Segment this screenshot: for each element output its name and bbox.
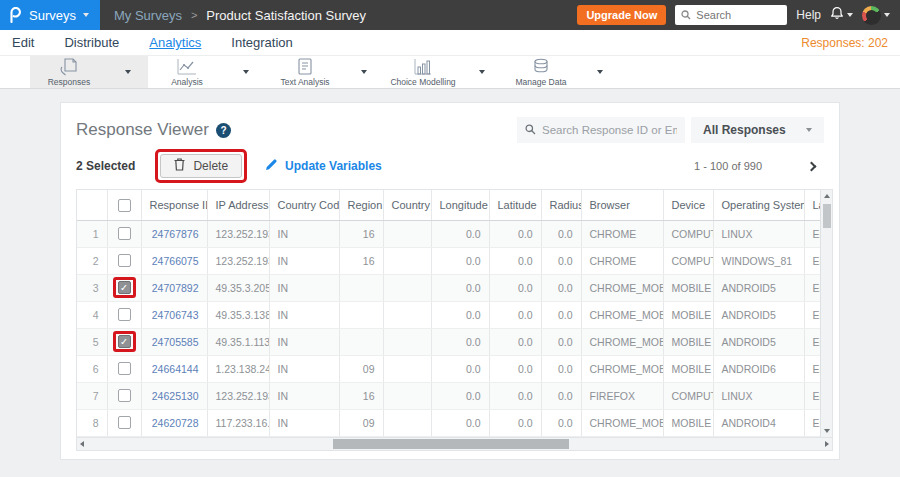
responses-dropdown-caret[interactable] xyxy=(108,56,148,88)
row-checkbox[interactable] xyxy=(118,227,131,240)
cell-os: ANDROID4 xyxy=(713,409,804,436)
row-checkbox[interactable] xyxy=(118,389,131,402)
column-header-region[interactable]: Region xyxy=(339,190,383,220)
scroll-right-arrow-icon[interactable] xyxy=(825,438,829,450)
row-checkbox[interactable]: ✓ xyxy=(118,335,131,348)
choice-modelling-dropdown-caret[interactable] xyxy=(462,56,502,88)
ribbon-item-text-analysis[interactable]: Text Analysis xyxy=(266,56,344,88)
column-header-longitude[interactable]: Longitude xyxy=(431,190,489,220)
surveys-menu-label: Surveys xyxy=(29,8,76,23)
scroll-left-arrow-icon[interactable] xyxy=(80,438,84,450)
cell-longitude: 0.0 xyxy=(431,355,489,382)
scroll-up-arrow-icon[interactable] xyxy=(821,190,832,202)
cell-region xyxy=(339,328,383,355)
cell-country xyxy=(383,382,431,409)
annotation-highlight-delete: Delete xyxy=(155,149,247,183)
column-header-browser[interactable]: Browser xyxy=(581,190,663,220)
responses-count-label: Responses: 202 xyxy=(801,36,888,50)
cell-os: LINUX xyxy=(713,220,804,247)
cell-country_code: IN xyxy=(269,409,339,436)
cell-device: COMPUTER xyxy=(663,382,713,409)
tab-edit[interactable]: Edit xyxy=(12,35,34,50)
cell-browser: CHROME_MOBILE xyxy=(581,301,663,328)
global-search-input[interactable] xyxy=(696,9,781,21)
pagination-range-label: 1 - 100 of 990 xyxy=(694,160,762,172)
cell-radius: 0.0 xyxy=(541,247,581,274)
delete-button[interactable]: Delete xyxy=(160,154,242,178)
analysis-dropdown-caret[interactable] xyxy=(226,56,266,88)
cell-region xyxy=(339,301,383,328)
row-checkbox-cell: ✓ xyxy=(107,328,141,355)
help-link[interactable]: Help xyxy=(796,8,821,22)
notifications-menu[interactable] xyxy=(830,6,853,24)
cell-device: MOBILE xyxy=(663,355,713,382)
ribbon-text-analysis-wrap: Text Analysis xyxy=(266,56,384,88)
ribbon-item-choice-modelling[interactable]: Choice Modelling xyxy=(384,56,462,88)
column-header-language[interactable]: Language xyxy=(804,190,820,220)
row-checkbox-cell xyxy=(107,409,141,436)
cell-ip: 117.233.16.177 xyxy=(207,409,269,436)
cell-longitude: 0.0 xyxy=(431,409,489,436)
tab-analytics[interactable]: Analytics xyxy=(149,35,201,50)
cell-radius: 0.0 xyxy=(541,301,581,328)
all-responses-dropdown[interactable]: All Responses xyxy=(691,117,824,143)
column-header-latitude[interactable]: Latitude xyxy=(489,190,541,220)
manage-data-dropdown-caret[interactable] xyxy=(580,56,620,88)
next-page-chevron-icon[interactable] xyxy=(807,161,817,171)
row-checkbox[interactable] xyxy=(118,308,131,321)
response-id-link[interactable]: 24706743 xyxy=(141,301,207,328)
column-header-country-code[interactable]: Country Code xyxy=(269,190,339,220)
row-number: 5 xyxy=(77,328,107,355)
ribbon-label-text-analysis: Text Analysis xyxy=(280,77,329,87)
chevron-down-icon xyxy=(806,128,812,132)
select-all-checkbox[interactable] xyxy=(118,199,131,212)
help-badge-icon[interactable]: ? xyxy=(216,123,231,138)
upgrade-now-button[interactable]: Upgrade Now xyxy=(577,5,666,25)
account-menu[interactable] xyxy=(862,6,890,25)
scroll-down-arrow-icon[interactable] xyxy=(821,425,832,437)
update-variables-label: Update Variables xyxy=(285,159,382,173)
cell-region xyxy=(339,274,383,301)
row-checkbox[interactable]: ✓ xyxy=(118,281,131,294)
column-header-radius[interactable]: Radius xyxy=(541,190,581,220)
response-search-box[interactable] xyxy=(517,117,685,143)
row-checkbox[interactable] xyxy=(118,362,131,375)
text-analysis-dropdown-caret[interactable] xyxy=(344,56,384,88)
response-id-link[interactable]: 24620728 xyxy=(141,409,207,436)
trash-icon xyxy=(174,158,185,174)
vertical-scrollbar[interactable] xyxy=(820,190,832,437)
ribbon-item-responses[interactable]: Responses xyxy=(30,56,108,88)
app-screen: Surveys My Surveys > Product Satisfactio… xyxy=(0,0,900,477)
cell-device: COMPUTER xyxy=(663,247,713,274)
responses-table-zone: Response IDIP AddressCountry CodeRegionC… xyxy=(76,189,833,438)
response-search-input[interactable] xyxy=(542,124,677,136)
horizontal-scrollbar-thumb[interactable] xyxy=(333,439,569,449)
tab-integration[interactable]: Integration xyxy=(231,35,292,50)
response-id-link[interactable]: 24625130 xyxy=(141,382,207,409)
row-checkbox[interactable] xyxy=(118,416,131,429)
column-header-ip-address[interactable]: IP Address xyxy=(207,190,269,220)
response-id-link[interactable]: 24766075 xyxy=(141,247,207,274)
response-id-link[interactable]: 24707892 xyxy=(141,274,207,301)
vertical-scrollbar-thumb[interactable] xyxy=(823,204,831,228)
response-id-link[interactable]: 24664144 xyxy=(141,355,207,382)
global-search-box[interactable] xyxy=(675,5,787,25)
table-row: 124767876123.252.193.148IN160.00.00.0CHR… xyxy=(77,220,820,247)
ribbon-item-analysis[interactable]: Analysis xyxy=(148,56,226,88)
column-header-operating-system[interactable]: Operating System xyxy=(713,190,804,220)
ribbon-item-manage-data[interactable]: Manage Data xyxy=(502,56,580,88)
column-header-device[interactable]: Device xyxy=(663,190,713,220)
text-analysis-icon xyxy=(296,58,314,76)
row-number: 1 xyxy=(77,220,107,247)
column-header-country[interactable]: Country xyxy=(383,190,431,220)
response-id-link[interactable]: 24767876 xyxy=(141,220,207,247)
update-variables-button[interactable]: Update Variables xyxy=(265,158,382,174)
table-row: 824620728117.233.16.177IN090.00.00.0CHRO… xyxy=(77,409,820,436)
surveys-product-menu[interactable]: Surveys xyxy=(0,0,100,30)
horizontal-scrollbar[interactable] xyxy=(76,438,833,451)
breadcrumb-my-surveys[interactable]: My Surveys xyxy=(114,8,182,23)
response-id-link[interactable]: 24705585 xyxy=(141,328,207,355)
column-header-response-id[interactable]: Response ID xyxy=(141,190,207,220)
row-checkbox[interactable] xyxy=(118,254,131,267)
tab-distribute[interactable]: Distribute xyxy=(64,35,119,50)
